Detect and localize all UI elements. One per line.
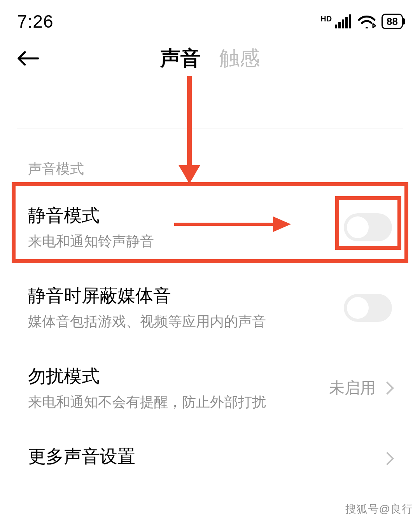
tab-sound[interactable]: 声音 xyxy=(160,45,201,72)
row-title: 静音时屏蔽媒体音 xyxy=(28,284,332,308)
row-silent-mode[interactable]: 静音模式 来电和通知铃声静音 xyxy=(0,187,420,267)
arrow-left-icon xyxy=(17,51,40,66)
section-label-sound-mode: 声音模式 xyxy=(28,160,392,179)
row-text: 静音模式 来电和通知铃声静音 xyxy=(28,204,332,251)
battery-indicator: 88 xyxy=(382,14,403,29)
row-subtitle: 媒体音包括游戏、视频等应用内的声音 xyxy=(28,312,332,331)
wifi-icon xyxy=(357,14,376,28)
dnd-value: 未启用 xyxy=(329,377,376,399)
network-hd-label: HD xyxy=(320,14,332,23)
row-dnd[interactable]: 勿扰模式 来电和通知不会有提醒，防止外部打扰 未启用 xyxy=(0,348,420,428)
mute-media-toggle[interactable] xyxy=(344,294,392,322)
row-text: 更多声音设置 xyxy=(28,445,371,473)
svg-rect-4 xyxy=(349,14,351,28)
row-title: 静音模式 xyxy=(28,204,332,228)
svg-rect-2 xyxy=(342,19,344,28)
row-title: 勿扰模式 xyxy=(28,364,317,388)
header-divider xyxy=(17,128,403,128)
page-header: 声音 触感 xyxy=(0,35,420,89)
svg-rect-3 xyxy=(345,17,348,28)
chevron-right-icon xyxy=(381,452,394,465)
row-mute-media[interactable]: 静音时屏蔽媒体音 媒体音包括游戏、视频等应用内的声音 xyxy=(0,267,420,348)
row-subtitle: 来电和通知不会有提醒，防止外部打扰 xyxy=(28,392,317,412)
back-button[interactable] xyxy=(17,47,40,70)
svg-rect-0 xyxy=(335,25,337,28)
signal-icon xyxy=(335,14,352,28)
tab-haptic[interactable]: 触感 xyxy=(219,45,260,72)
battery-percent: 88 xyxy=(387,16,398,28)
svg-rect-1 xyxy=(338,22,341,28)
status-indicators: HD 88 xyxy=(320,14,403,29)
silent-mode-toggle[interactable] xyxy=(344,213,392,241)
row-text: 静音时屏蔽媒体音 媒体音包括游戏、视频等应用内的声音 xyxy=(28,284,332,331)
status-bar: 7:26 HD 88 xyxy=(0,0,420,35)
row-subtitle: 来电和通知铃声静音 xyxy=(28,232,332,251)
row-text: 勿扰模式 来电和通知不会有提醒，防止外部打扰 xyxy=(28,364,317,412)
header-tabs: 声音 触感 xyxy=(160,45,260,72)
row-title: 更多声音设置 xyxy=(28,445,371,469)
watermark-text: 搜狐号@良行 xyxy=(345,502,413,517)
row-more-sound-settings[interactable]: 更多声音设置 xyxy=(0,428,420,489)
status-time: 7:26 xyxy=(17,11,54,32)
chevron-right-icon xyxy=(381,381,394,395)
